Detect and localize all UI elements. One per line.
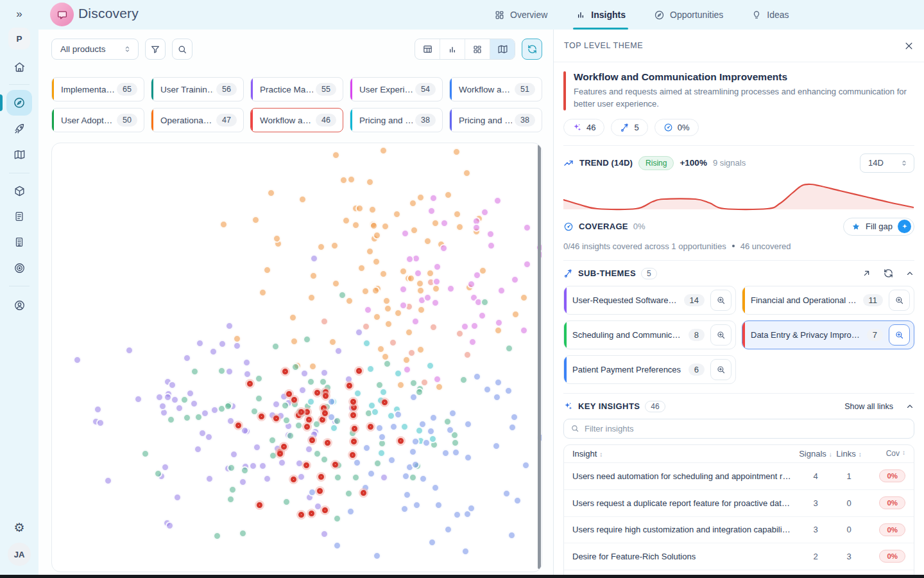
insight-point-workflow-periwinkle[interactable] xyxy=(378,433,386,441)
insight-point-workflow-periwinkle[interactable] xyxy=(452,448,460,457)
nav-tab-overview[interactable]: Overview xyxy=(494,0,547,30)
insight-point-workflow-periwinkle[interactable] xyxy=(431,484,440,492)
insight-point-training-green[interactable] xyxy=(312,420,321,428)
trend-range-select[interactable]: 14D xyxy=(860,153,914,173)
insight-point-data-entry-privacy-selected[interactable] xyxy=(346,383,352,389)
insight-point-user-adoption-purple[interactable] xyxy=(155,393,164,401)
insight-point-user-experience-orchid[interactable] xyxy=(495,319,503,327)
insight-point-implementation-orange[interactable] xyxy=(259,288,267,297)
insight-point-implementation-orange[interactable] xyxy=(416,286,425,295)
insight-point-training-green[interactable] xyxy=(303,335,311,344)
insight-point-training-green[interactable] xyxy=(505,344,513,353)
insight-point-data-entry-privacy-strays[interactable] xyxy=(322,507,328,513)
insight-point-workflow-periwinkle[interactable] xyxy=(388,456,396,464)
theme-chip[interactable]: Practice Ma… 55 xyxy=(250,77,343,101)
insight-point-data-entry-privacy-strays[interactable] xyxy=(298,512,304,518)
insight-point-workflow-periwinkle[interactable] xyxy=(434,501,443,509)
document-icon[interactable] xyxy=(0,204,38,229)
insight-point-workflow-periwinkle[interactable] xyxy=(403,491,411,499)
insight-point-training-green[interactable] xyxy=(334,473,342,482)
insight-point-user-adoption-purple[interactable] xyxy=(190,399,198,408)
insight-point-implementation-orange[interactable] xyxy=(424,237,432,245)
insight-point-user-experience-orchid[interactable] xyxy=(473,271,481,279)
insight-point-training-green[interactable] xyxy=(443,417,452,426)
insight-point-data-entry-privacy-selected[interactable] xyxy=(314,390,320,396)
insight-point-workflow-periwinkle[interactable] xyxy=(508,423,517,432)
insight-point-user-experience-orchid[interactable] xyxy=(478,311,486,320)
insight-point-implementation-orange[interactable] xyxy=(361,287,370,295)
insight-point-implementation-orange[interactable] xyxy=(329,338,337,346)
theme-chip[interactable]: Operationa… 47 xyxy=(151,108,244,132)
insight-point-user-experience-orchid[interactable] xyxy=(411,317,420,326)
theme-chip[interactable]: Workflow a… 51 xyxy=(449,77,542,101)
insight-point-pricing-cyan[interactable] xyxy=(379,388,388,396)
insight-point-data-entry-privacy-selected[interactable] xyxy=(273,416,279,421)
insight-point-workflow-periwinkle[interactable] xyxy=(522,461,530,469)
insight-point-user-experience-orchid[interactable] xyxy=(523,260,531,268)
insight-point-user-adoption-purple[interactable] xyxy=(243,370,252,378)
subtheme-card[interactable]: Data Entry & Privacy Improv… 7 xyxy=(742,320,914,349)
insight-point-user-experience-orchid[interactable] xyxy=(399,301,407,310)
insight-point-implementation-orange[interactable] xyxy=(384,304,392,313)
insight-point-user-adoption-purple[interactable] xyxy=(305,445,313,453)
insight-point-implementation-orange[interactable] xyxy=(263,266,271,274)
cube-icon[interactable] xyxy=(0,178,38,204)
theme-chip[interactable]: Workflow a… 46 xyxy=(250,108,343,132)
close-icon[interactable] xyxy=(904,41,914,51)
insight-point-pricing-cyan[interactable] xyxy=(368,401,376,410)
insight-point-workflow-periwinkle[interactable] xyxy=(373,552,381,560)
insight-point-user-adoption-purple[interactable] xyxy=(225,322,234,330)
insight-point-user-adoption-purple[interactable] xyxy=(295,459,304,468)
col-cov[interactable]: Cov↕ xyxy=(866,449,905,458)
insight-point-workflow-periwinkle[interactable] xyxy=(502,489,511,498)
insight-point-pricing-cyan[interactable] xyxy=(363,339,371,347)
insight-point-training-green[interactable] xyxy=(194,413,203,421)
insight-point-training-green[interactable] xyxy=(307,378,315,386)
insight-point-workflow-periwinkle[interactable] xyxy=(419,475,427,483)
insight-point-user-adoption-purple[interactable] xyxy=(243,358,251,367)
insight-point-training-green[interactable] xyxy=(269,451,277,460)
insight-point-data-entry-privacy-strays[interactable] xyxy=(257,502,262,508)
insight-point-workflow-periwinkle[interactable] xyxy=(409,393,418,401)
insight-point-user-adoption-purple[interactable] xyxy=(380,473,388,482)
insight-point-data-entry-privacy-selected[interactable] xyxy=(259,414,264,419)
insight-point-workflow-periwinkle[interactable] xyxy=(493,393,501,401)
insight-point-user-experience-orchid[interactable] xyxy=(427,207,436,215)
insight-point-implementation-orange[interactable] xyxy=(352,221,360,229)
insight-point-training-green[interactable] xyxy=(295,421,303,430)
insight-point-implementation-orange[interactable] xyxy=(219,220,228,229)
insight-point-data-entry-privacy-selected[interactable] xyxy=(291,477,296,482)
insight-point-implementation-orange[interactable] xyxy=(394,309,402,317)
insight-point-workflow-periwinkle[interactable] xyxy=(363,444,371,452)
insight-point-training-green[interactable] xyxy=(286,432,295,440)
insight-point-implementation-orange[interactable] xyxy=(298,195,307,204)
insight-point-data-entry-privacy-selected[interactable] xyxy=(398,438,404,444)
insight-point-user-experience-orchid[interactable] xyxy=(431,299,440,307)
col-insight[interactable]: Insight↕ xyxy=(572,449,799,459)
insight-point-workflow-periwinkle[interactable] xyxy=(394,410,402,419)
insight-point-implementation-orange[interactable] xyxy=(330,241,339,250)
insight-point-implementation-orange[interactable] xyxy=(339,176,348,184)
search-button[interactable] xyxy=(172,39,193,60)
insight-point-user-experience-orchid[interactable] xyxy=(493,197,502,205)
insight-point-workflow-periwinkle[interactable] xyxy=(422,439,431,447)
insight-point-data-entry-privacy-selected[interactable] xyxy=(247,381,253,387)
insight-point-user-adoption-purple[interactable] xyxy=(158,402,167,410)
filter-insights-input[interactable] xyxy=(585,424,907,434)
insight-point-data-entry-privacy-selected[interactable] xyxy=(291,397,297,403)
insight-point-training-green[interactable] xyxy=(345,489,353,498)
insight-point-training-green[interactable] xyxy=(241,466,249,475)
zoom-in-button[interactable] xyxy=(710,290,732,311)
insight-point-user-adoption-purple[interactable] xyxy=(166,521,174,530)
app-logo-chat-bubble-icon[interactable] xyxy=(50,3,74,26)
insight-point-workflow-periwinkle[interactable] xyxy=(308,488,316,496)
insight-point-data-entry-privacy-selected[interactable] xyxy=(304,424,310,430)
insight-point-user-experience-orchid[interactable] xyxy=(424,293,432,302)
insight-point-training-green[interactable] xyxy=(255,374,263,383)
insight-point-workflow-periwinkle[interactable] xyxy=(464,420,472,428)
refresh-icon[interactable] xyxy=(884,268,893,278)
insight-point-workflow-periwinkle[interactable] xyxy=(375,424,384,432)
insight-point-training-green[interactable] xyxy=(459,376,468,384)
insight-point-pricing-cyan[interactable] xyxy=(366,365,375,373)
insight-point-workflow-periwinkle[interactable] xyxy=(504,387,513,395)
